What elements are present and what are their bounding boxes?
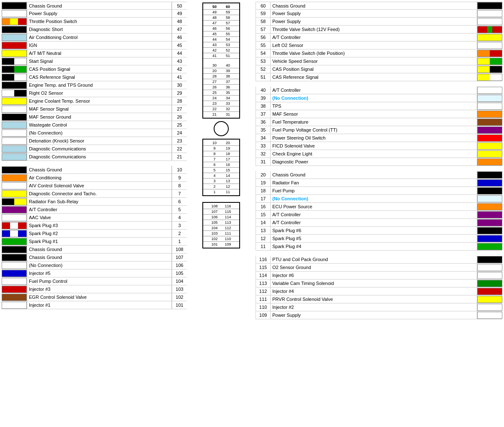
left-pin-row: A/T M/T Neutral44 xyxy=(2,49,187,57)
left-pin-row: MAF Sensor Signal27 xyxy=(2,105,187,113)
pin-number: 29 xyxy=(172,89,187,97)
pin-number-right: 18 xyxy=(256,187,271,194)
left-pin-row: AAC Valve4 xyxy=(2,214,187,222)
wire-color-swatch xyxy=(2,262,27,269)
pin-label: Spark Plug #1 xyxy=(27,238,172,245)
left-pin-row: Diagnostic Connector and Tacho.7 xyxy=(2,190,187,198)
pin-number-right: 52 xyxy=(256,65,271,73)
right-pin-row: 38TPS xyxy=(256,102,502,110)
pin-label-right: A/T Controller xyxy=(271,211,477,218)
pin-label: Injector #5 xyxy=(27,269,172,277)
right-pin-row: 51CAS Reference Signal xyxy=(256,73,502,81)
pin-label: Spark Plug #2 xyxy=(27,230,172,237)
wire-color-swatch-right xyxy=(477,304,502,311)
pin-number-right: 16 xyxy=(256,203,271,210)
left-pin-row: Injector #1101 xyxy=(2,301,187,309)
pin-number-right: 31 xyxy=(256,158,271,166)
left-pin-row: Chassis Ground10 xyxy=(2,166,187,174)
main-container: Chassis Ground50Power Supply49Throttle P… xyxy=(0,0,504,321)
pin-label: Chassis Ground xyxy=(27,2,172,9)
pin-number: 4 xyxy=(172,214,187,221)
wire-color-swatch xyxy=(2,254,27,261)
pin-label: Chassis Ground xyxy=(27,166,172,173)
pin-number: 2 xyxy=(172,230,187,237)
wire-color-swatch-right xyxy=(477,87,502,94)
left-pin-row: Diagnostic Communications21 xyxy=(2,153,187,161)
wire-color-swatch xyxy=(2,270,27,277)
wire-color-swatch xyxy=(2,286,27,293)
pin-number: 108 xyxy=(172,246,187,253)
pin-number: 47 xyxy=(172,26,187,33)
left-pin-row: CAS Position Signal42 xyxy=(2,65,187,73)
wire-color-swatch-right xyxy=(477,227,502,234)
left-pin-row: Radiator Fan Sub-Relay6 xyxy=(2,198,187,206)
pin-number: 9 xyxy=(172,174,187,181)
right-pin-row: 60Chassis Ground xyxy=(256,2,502,10)
left-pin-row: Right O2 Sensor29 xyxy=(2,89,187,97)
wire-color-swatch-right xyxy=(477,111,502,118)
wire-color-swatch xyxy=(2,198,27,205)
wire-color-swatch xyxy=(2,66,27,73)
pin-number: 27 xyxy=(172,105,187,113)
wire-color-swatch xyxy=(2,98,27,105)
left-pin-row: IGN45 xyxy=(2,41,187,49)
pin-number-right: 58 xyxy=(256,18,271,25)
pin-number: 49 xyxy=(172,10,187,17)
wire-color-swatch-right xyxy=(477,127,502,134)
right-pin-row: 33FICD Solenoid Valve xyxy=(256,142,502,150)
wire-color-swatch xyxy=(2,90,27,97)
pin-label-right: Throttle Valve Switch (12V Feed) xyxy=(271,26,477,33)
pin-number-right: 110 xyxy=(256,303,271,311)
pin-label: (No Connection) xyxy=(27,261,172,269)
wire-color-swatch-right xyxy=(477,312,502,319)
left-pin-row: AIV Control Solenoid Valve8 xyxy=(2,182,187,190)
pin-number-right: 60 xyxy=(256,2,271,9)
right-pin-row: 109Power Supply xyxy=(256,311,502,319)
wire-color-swatch-right xyxy=(477,296,502,303)
right-pin-row: 112Injector #4 xyxy=(256,287,502,295)
pin-label-right: O2 Sensor Ground xyxy=(271,264,477,271)
pin-number: 48 xyxy=(172,18,187,25)
section-gap xyxy=(2,161,187,166)
left-pin-row: EGR Control Solenoid Valve102 xyxy=(2,293,187,301)
right-pin-row: 31Diagnostic Power xyxy=(256,158,502,166)
wire-color-swatch-right xyxy=(477,219,502,226)
wire-color-swatch xyxy=(2,145,27,153)
wire-color-swatch-right xyxy=(477,179,502,186)
left-pin-row: Engine Temp. and TPS Ground30 xyxy=(2,81,187,89)
pin-number-right: 114 xyxy=(256,272,271,279)
wire-color-swatch-right xyxy=(477,256,502,263)
pin-label: Air Conditioning xyxy=(27,174,172,181)
pin-number-right: 14 xyxy=(256,219,271,226)
pin-number-right: 40 xyxy=(256,86,271,94)
right-pin-row: 17(No Connection) xyxy=(256,195,502,203)
wire-color-swatch xyxy=(2,206,27,213)
wire-color-swatch xyxy=(2,26,27,33)
pin-label-right: Chassis Ground xyxy=(271,171,477,179)
pin-number: 7 xyxy=(172,190,187,197)
right-pin-row: 40A/T Controller xyxy=(256,86,502,94)
pin-label: Power Supply xyxy=(27,10,172,17)
left-pin-row: Start Signal43 xyxy=(2,57,187,65)
pin-number-right: 111 xyxy=(256,295,271,303)
pin-number: 26 xyxy=(172,113,187,121)
left-pin-row: Chassis Ground108 xyxy=(2,246,187,254)
pin-number: 21 xyxy=(172,153,187,160)
left-panel: Chassis Ground50Power Supply49Throttle P… xyxy=(2,2,187,319)
pin-number-right: 39 xyxy=(256,94,271,102)
wire-color-swatch xyxy=(2,278,27,285)
wire-color-swatch-right xyxy=(477,171,502,179)
pin-number: 5 xyxy=(172,206,187,213)
pin-label: Engine Coolant Temp. Sensor xyxy=(27,97,172,105)
pin-number: 50 xyxy=(172,2,187,9)
pin-number: 106 xyxy=(172,261,187,269)
wire-color-swatch xyxy=(2,129,27,137)
right-pin-row: 56A/T Controller xyxy=(256,34,502,41)
pin-label: Diagnostic Connector and Tacho. xyxy=(27,190,172,197)
wire-color-swatch xyxy=(2,2,27,9)
wire-color-swatch xyxy=(2,246,27,253)
pin-number: 43 xyxy=(172,57,187,65)
wire-color-swatch-right xyxy=(477,58,502,65)
pin-label-right: Vehicle Speed Sensor xyxy=(271,57,477,65)
wire-color-swatch-right xyxy=(477,158,502,166)
